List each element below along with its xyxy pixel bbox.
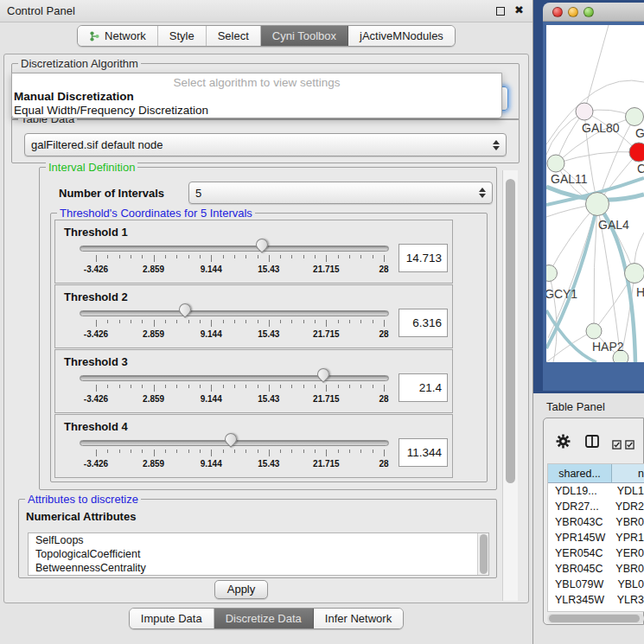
network-node[interactable]	[576, 103, 593, 120]
cell-name[interactable]: YLR3	[612, 592, 644, 608]
window-zoom-button[interactable]	[583, 7, 594, 17]
cell-shared-name[interactable]: YBR045C	[548, 561, 610, 577]
cell-name[interactable]: YBR0	[610, 561, 644, 577]
threshold-value-field[interactable]: 21.4	[399, 373, 448, 402]
table-row[interactable]: YBR043CYBR0	[548, 514, 644, 530]
network-node[interactable]	[625, 264, 644, 284]
slider-tick	[291, 385, 292, 388]
slider-tick	[291, 320, 292, 323]
slider-tick	[107, 450, 108, 453]
numerical-attributes-list[interactable]: SelfLoopsTopologicalCoefficientBetweenne…	[28, 532, 489, 576]
network-node[interactable]	[626, 108, 644, 126]
settings-scrollbar[interactable]	[502, 170, 518, 601]
checkbox-checked-icon[interactable]	[612, 437, 622, 453]
network-node[interactable]	[586, 193, 609, 216]
tab-style[interactable]: Style	[158, 26, 207, 46]
network-edge[interactable]	[556, 152, 639, 163]
attributes-scrollbar[interactable]	[477, 533, 488, 575]
cell-name[interactable]: YER0	[610, 545, 644, 561]
threshold-value-field[interactable]: 11.344	[399, 438, 448, 467]
checkbox-checked-icon[interactable]	[625, 437, 634, 453]
table-row[interactable]: YIL052CYIL0	[548, 608, 644, 612]
network-node[interactable]	[547, 155, 564, 172]
threshold-value-field[interactable]: 14.713	[399, 244, 448, 272]
slider-tick-label: -3.426	[76, 394, 116, 404]
column-header-name[interactable]: n	[612, 464, 644, 483]
network-edge[interactable]	[584, 25, 609, 112]
table-horizontal-scrollbar[interactable]	[547, 614, 644, 623]
cell-shared-name[interactable]: YER054C	[548, 545, 610, 561]
float-window-icon[interactable]	[496, 7, 505, 16]
tab-label: Cyni Toolbox	[272, 29, 336, 42]
cell-name[interactable]: YBL0	[612, 577, 644, 592]
cell-name[interactable]: YBR0	[610, 514, 644, 530]
tab-network[interactable]: Network	[78, 26, 158, 46]
table-row[interactable]: YLR345WYLR3	[548, 592, 644, 608]
network-window-titlebar[interactable]	[543, 3, 644, 22]
close-icon[interactable]: ✖	[514, 3, 524, 16]
slider-tick	[154, 320, 155, 327]
group-title: Threshold's Coordinates for 5 Intervals	[57, 207, 255, 220]
cell-name[interactable]: YPR1	[610, 530, 644, 545]
node-table[interactable]: shared... n YDL19...YDL1YDR27...YDR2YBR0…	[547, 463, 644, 612]
slider-tick-label: 2.859	[134, 459, 174, 469]
slider-track[interactable]	[80, 310, 389, 316]
popup-item[interactable]: Manual Discretization	[12, 90, 501, 104]
cell-shared-name[interactable]: YPR145W	[548, 530, 610, 545]
popup-placeholder-item[interactable]: Select algorithm to view settings	[12, 76, 501, 90]
tab-infer-network[interactable]: Infer Network	[314, 609, 403, 628]
network-node[interactable]	[586, 323, 602, 339]
table-row[interactable]: YBR045CYBR0	[548, 561, 644, 577]
cell-shared-name[interactable]: YDR27...	[548, 499, 610, 514]
slider-tick	[119, 385, 120, 388]
gear-icon[interactable]	[556, 434, 571, 452]
scrollbar-thumb[interactable]	[549, 615, 640, 622]
number-of-intervals-combobox[interactable]: 5	[188, 182, 493, 204]
apply-button[interactable]: Apply	[214, 580, 268, 599]
popup-item[interactable]: Equal Width/Frequency Discretization	[12, 104, 501, 118]
table-row[interactable]: YDR27...YDR2	[548, 499, 644, 514]
cell-name[interactable]: YDR2	[610, 499, 644, 514]
cell-shared-name[interactable]: YIL052C	[548, 608, 613, 612]
network-canvas[interactable]: GAL80GACGAL11GAL4GCY1HHAP2	[546, 25, 644, 362]
attribute-list-item[interactable]: SelfLoops	[29, 533, 488, 547]
table-row[interactable]: YER054CYER0	[548, 545, 644, 561]
slider-track[interactable]	[80, 375, 389, 381]
network-graph[interactable]: GAL80GACGAL11GAL4GCY1HHAP2	[546, 25, 644, 362]
network-view-window[interactable]: GAL80GACGAL11GAL4GCY1HHAP2	[543, 3, 644, 391]
cell-shared-name[interactable]: YLR345W	[548, 592, 612, 608]
table-row[interactable]: YBL079WYBL0	[548, 577, 644, 592]
tab-select[interactable]: Select	[207, 26, 261, 46]
slider-tick	[338, 255, 339, 258]
attribute-list-item[interactable]: TopologicalCoefficient	[29, 547, 488, 561]
network-node[interactable]	[629, 143, 644, 162]
stepper-icon	[493, 140, 500, 150]
slider-tick	[315, 385, 316, 388]
table-data-combobox[interactable]: galFiltered.sif default node	[24, 133, 507, 156]
slider-tick	[258, 320, 258, 323]
threshold-value-field[interactable]: 6.316	[399, 309, 448, 337]
table-row[interactable]: YDL19...YDL1	[548, 483, 644, 499]
slider-tick-label: 9.144	[191, 394, 231, 404]
column-header-shared-name[interactable]: shared...	[548, 464, 612, 483]
tab-discretize-data[interactable]: Discretize Data	[214, 609, 314, 628]
tab-cyni-toolbox[interactable]: Cyni Toolbox	[261, 26, 348, 46]
attribute-list-item[interactable]: BetweennessCentrality	[29, 561, 488, 575]
cell-name[interactable]: YIL0	[613, 608, 644, 612]
table-row[interactable]: YPR145WYPR1	[548, 530, 644, 545]
threshold-row: Threshold 4-3.4262.8599.14415.4321.71528…	[54, 414, 453, 478]
cell-shared-name[interactable]: YBR043C	[548, 514, 610, 530]
cell-shared-name[interactable]: YDL19...	[548, 483, 612, 499]
number-of-intervals-label: Number of Intervals	[59, 187, 164, 200]
network-node-label: GAL4	[598, 218, 629, 232]
cell-shared-name[interactable]: YBL079W	[548, 577, 612, 592]
tab-impute-data[interactable]: Impute Data	[130, 609, 214, 628]
scrollbar-thumb[interactable]	[506, 179, 515, 483]
cell-name[interactable]: YDL1	[612, 483, 644, 499]
tab-jactivemnodules[interactable]: jActiveMNodules	[348, 26, 455, 46]
slider-track[interactable]	[80, 245, 389, 252]
window-minimize-button[interactable]	[568, 7, 578, 17]
network-node[interactable]	[546, 265, 558, 282]
window-close-button[interactable]	[552, 7, 563, 17]
split-view-icon[interactable]	[585, 435, 599, 451]
